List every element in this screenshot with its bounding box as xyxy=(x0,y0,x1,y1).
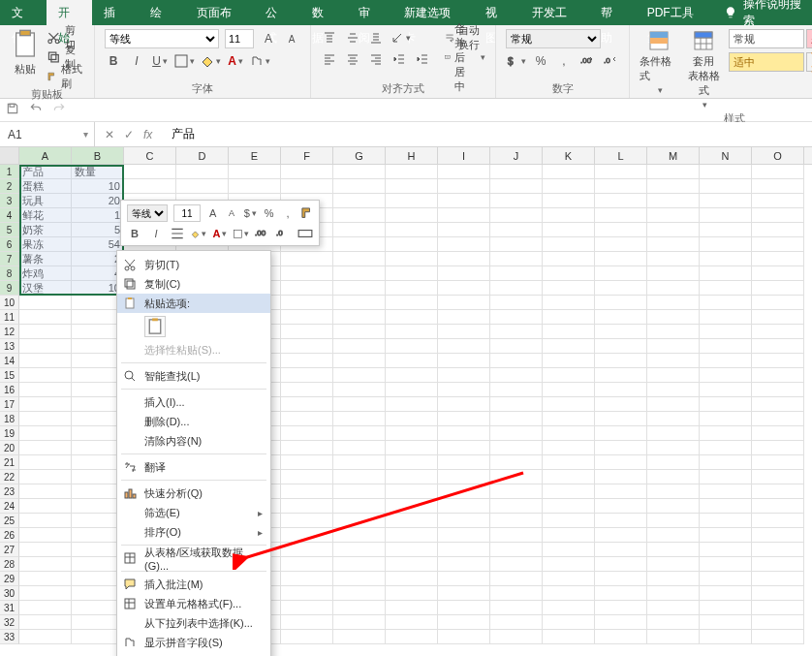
cm-pick-list[interactable]: 从下拉列表中选择(K)... xyxy=(117,613,270,633)
align-middle-button[interactable] xyxy=(344,29,361,47)
cell[interactable] xyxy=(490,630,543,644)
font-name-select[interactable]: 等线 xyxy=(105,29,219,48)
cell[interactable] xyxy=(386,543,438,557)
cell[interactable] xyxy=(19,601,72,615)
cell[interactable] xyxy=(386,368,438,383)
col-header-B[interactable]: B xyxy=(72,147,124,164)
cell[interactable] xyxy=(438,557,490,572)
cell[interactable] xyxy=(19,514,72,528)
cell[interactable] xyxy=(333,514,386,528)
cell[interactable] xyxy=(281,586,333,601)
cm-paste-special[interactable]: 选择性粘贴(S)... xyxy=(117,340,270,359)
row-header[interactable]: 11 xyxy=(0,310,19,325)
cm-quick-analysis[interactable]: 快速分析(Q) xyxy=(117,484,270,503)
cell[interactable] xyxy=(595,586,647,601)
cell[interactable] xyxy=(333,528,386,543)
cell[interactable] xyxy=(19,310,72,325)
number-format-select[interactable]: 常规 xyxy=(506,29,601,48)
cell[interactable] xyxy=(647,281,700,296)
col-header-N[interactable]: N xyxy=(700,147,752,164)
cell[interactable] xyxy=(595,426,647,441)
cell[interactable] xyxy=(281,397,333,412)
cm-paste-options-header[interactable]: 粘贴选项: xyxy=(117,294,270,313)
col-header-E[interactable]: E xyxy=(229,147,281,164)
cell[interactable] xyxy=(595,543,647,557)
tab-view[interactable]: 视图 xyxy=(474,0,520,25)
cell[interactable] xyxy=(333,281,386,296)
cell[interactable] xyxy=(700,194,752,208)
col-header-A[interactable]: A xyxy=(19,147,72,164)
tab-home[interactable]: 开始 xyxy=(47,0,93,25)
mini-font-size[interactable] xyxy=(173,204,201,222)
cell[interactable] xyxy=(386,165,438,179)
cell[interactable] xyxy=(543,528,595,543)
cell[interactable] xyxy=(595,165,647,179)
cell[interactable] xyxy=(333,237,386,252)
cell[interactable] xyxy=(281,615,333,630)
mini-increase-font[interactable]: A xyxy=(206,205,219,221)
col-header-G[interactable]: G xyxy=(333,147,386,164)
cell[interactable] xyxy=(752,266,804,281)
cell[interactable] xyxy=(438,223,490,237)
cell[interactable] xyxy=(386,470,438,484)
cell[interactable] xyxy=(438,586,490,601)
cancel-formula-button[interactable]: ✕ xyxy=(105,128,114,141)
cell[interactable] xyxy=(490,179,543,194)
mini-currency[interactable]: $ xyxy=(244,205,257,221)
cm-format-cells[interactable]: 设置单元格格式(F)... xyxy=(117,594,270,613)
cell[interactable] xyxy=(281,484,333,499)
cell[interactable] xyxy=(386,325,438,339)
cell[interactable] xyxy=(595,514,647,528)
col-header-C[interactable]: C xyxy=(124,147,176,164)
mini-dec-decimal[interactable]: .0 xyxy=(276,226,292,241)
cell[interactable] xyxy=(386,296,438,310)
cell[interactable] xyxy=(543,354,595,368)
cell[interactable] xyxy=(19,441,72,455)
col-header-J[interactable]: J xyxy=(490,147,543,164)
cell[interactable] xyxy=(281,325,333,339)
row-header[interactable]: 7 xyxy=(0,252,19,266)
cell[interactable] xyxy=(438,630,490,644)
increase-indent-button[interactable] xyxy=(414,50,431,68)
cell[interactable] xyxy=(543,543,595,557)
tab-layout[interactable]: 页面布局 xyxy=(185,0,254,25)
row-header[interactable]: 12 xyxy=(0,325,19,339)
cell[interactable] xyxy=(19,426,72,441)
cell[interactable] xyxy=(700,165,752,179)
cell[interactable] xyxy=(647,441,700,455)
cell[interactable] xyxy=(543,441,595,455)
align-right-button[interactable] xyxy=(367,50,385,68)
cell[interactable] xyxy=(333,630,386,644)
cell[interactable] xyxy=(752,514,804,528)
cell[interactable] xyxy=(647,615,700,630)
cell[interactable] xyxy=(700,528,752,543)
cell[interactable] xyxy=(700,208,752,223)
cell[interactable] xyxy=(281,310,333,325)
cell[interactable] xyxy=(281,165,333,179)
cell[interactable] xyxy=(752,615,804,630)
orientation-button[interactable] xyxy=(390,29,411,47)
cell[interactable] xyxy=(281,368,333,383)
cell[interactable] xyxy=(229,179,281,194)
cell[interactable] xyxy=(752,368,804,383)
cell[interactable] xyxy=(647,426,700,441)
bold-button[interactable]: B xyxy=(105,52,122,70)
cell[interactable] xyxy=(595,252,647,266)
cell[interactable] xyxy=(543,572,595,586)
cell[interactable]: 20 xyxy=(72,194,124,208)
cell[interactable] xyxy=(700,266,752,281)
cell[interactable] xyxy=(700,484,752,499)
cell[interactable] xyxy=(333,470,386,484)
cell[interactable] xyxy=(19,615,72,630)
cm-delete[interactable]: 删除(D)... xyxy=(117,412,270,431)
align-bottom-button[interactable] xyxy=(367,29,385,47)
cell[interactable] xyxy=(333,397,386,412)
row-header[interactable]: 28 xyxy=(0,557,19,572)
cell[interactable] xyxy=(281,179,333,194)
increase-font-button[interactable]: A xyxy=(260,30,277,47)
cell[interactable] xyxy=(386,557,438,572)
cell[interactable] xyxy=(19,412,72,426)
cell[interactable] xyxy=(333,412,386,426)
tab-data[interactable]: 数据 xyxy=(300,0,347,25)
cell[interactable] xyxy=(386,528,438,543)
